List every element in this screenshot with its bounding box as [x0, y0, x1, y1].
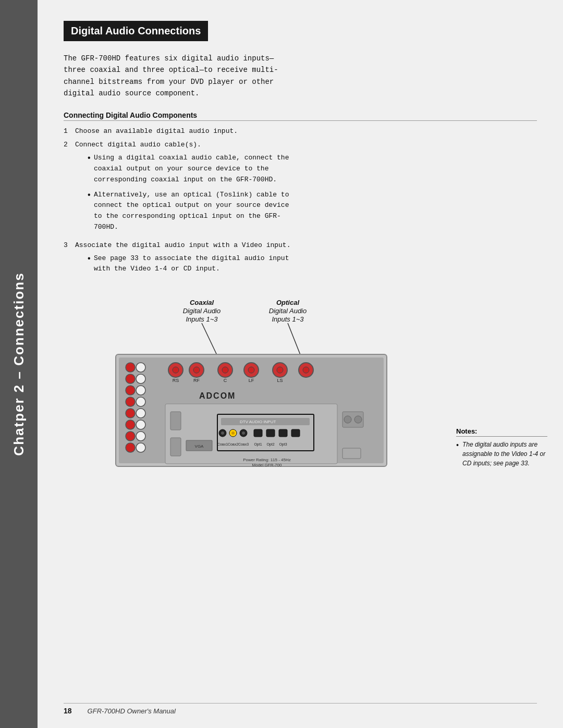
svg-point-13 [126, 386, 135, 395]
svg-point-21 [126, 431, 135, 441]
bullet-3-1: • See page 33 to associate the digital a… [87, 253, 537, 275]
step-2-text: Connect digital audio cable(s). • Using … [75, 140, 537, 237]
svg-text:Opt2: Opt2 [266, 442, 274, 447]
svg-point-16 [136, 397, 145, 406]
svg-text:RF: RF [193, 378, 200, 383]
svg-rect-67 [170, 412, 181, 430]
svg-text:Optical: Optical [276, 299, 299, 306]
notes-header: Notes: [456, 427, 547, 437]
svg-point-52 [242, 431, 245, 435]
bullet-dot: • [87, 253, 94, 265]
svg-point-26 [173, 367, 179, 373]
notes-text: The digital audio inputs are assignable … [462, 440, 547, 468]
bullet-2-1-text: Using a digital coaxial audio cable, con… [94, 153, 297, 185]
step-1-text: Choose an available digital audio input. [75, 126, 537, 137]
svg-text:Opt3: Opt3 [279, 442, 287, 447]
svg-text:LS: LS [277, 378, 283, 383]
svg-line-6 [288, 323, 301, 356]
bullet-dot: • [87, 190, 94, 201]
svg-point-19 [126, 420, 135, 429]
svg-text:Opt1: Opt1 [254, 442, 262, 447]
step-2: 2 Connect digital audio cable(s). • Usin… [64, 140, 537, 237]
svg-line-5 [202, 323, 217, 356]
page-footer: 18 GFR-700HD Owner's Manual [64, 703, 537, 715]
steps-list: 1 Choose an available digital audio inpu… [64, 126, 537, 279]
device-diagram: Coaxial Digital Audio Inputs 1~3 Optical… [84, 294, 449, 482]
notes-bullet: • The digital audio inputs are assignabl… [456, 440, 547, 468]
footer-title: GFR-700HD Owner's Manual [88, 707, 176, 715]
svg-point-15 [126, 397, 135, 406]
svg-point-14 [136, 386, 145, 395]
svg-point-36 [303, 367, 309, 373]
section-header: Connecting Digital Audio Components [64, 111, 537, 121]
sidebar-chapter-label: Chatper 2 – Connections [11, 272, 27, 455]
svg-rect-55 [279, 429, 287, 437]
svg-text:Power Rating: 115 - 45Hz: Power Rating: 115 - 45Hz [243, 458, 291, 462]
svg-point-17 [126, 409, 135, 418]
svg-point-64 [344, 416, 351, 423]
step-3: 3 Associate the digital audio input with… [64, 240, 537, 279]
step-3-bullets: • See page 33 to associate the digital a… [87, 253, 537, 275]
bullet-dot: • [87, 153, 94, 164]
svg-point-48 [221, 431, 224, 435]
bullet-2-2: • Alternatively, use an optical (Toslink… [87, 190, 537, 233]
svg-point-12 [136, 374, 145, 384]
page-number: 18 [64, 707, 72, 715]
svg-text:LF: LF [249, 378, 254, 383]
svg-rect-56 [291, 429, 300, 437]
svg-text:Digital Audio: Digital Audio [183, 307, 221, 315]
bullet-3-1-text: See page 33 to associate the digital aud… [94, 253, 297, 275]
step-2-num: 2 [64, 140, 75, 151]
svg-point-11 [126, 374, 135, 384]
svg-rect-43 [165, 404, 337, 464]
svg-point-22 [136, 431, 145, 441]
notes-dot: • [456, 440, 462, 451]
coaxial-label-line1: Coaxial [190, 299, 214, 306]
svg-point-24 [136, 443, 145, 452]
page-title: Digital Audio Connections [64, 21, 208, 41]
step-2-bullets: • Using a digital coaxial audio cable, c… [87, 153, 537, 233]
svg-text:DTV AUDIO INPUT: DTV AUDIO INPUT [240, 419, 276, 424]
svg-text:Inputs 1~3: Inputs 1~3 [186, 315, 218, 323]
svg-point-50 [231, 431, 235, 435]
bullet-2-2-text: Alternatively, use an optical (Toslink) … [94, 190, 297, 233]
step-3-text: Associate the digital audio input with a… [75, 240, 537, 279]
svg-point-20 [136, 420, 145, 429]
svg-point-18 [136, 409, 145, 418]
svg-point-23 [126, 443, 135, 452]
svg-text:Inputs 1~3: Inputs 1~3 [272, 315, 304, 323]
svg-text:ADCOM: ADCOM [199, 391, 236, 400]
svg-text:C: C [224, 378, 227, 383]
svg-point-30 [222, 367, 228, 373]
notes-section: Notes: • The digital audio inputs are as… [456, 427, 547, 468]
svg-text:Model GFR-700: Model GFR-700 [252, 463, 282, 467]
step-1-num: 1 [64, 126, 75, 137]
svg-point-9 [126, 363, 135, 372]
svg-point-65 [354, 416, 362, 423]
step-3-num: 3 [64, 240, 75, 251]
main-content: Digital Audio Connections The GFR-700HD … [38, 0, 563, 728]
svg-rect-66 [342, 448, 361, 459]
svg-rect-54 [266, 429, 275, 437]
svg-text:Digital Audio: Digital Audio [269, 307, 307, 315]
svg-text:Coax3: Coax3 [238, 442, 249, 446]
intro-paragraph: The GFR-700HD features six digital audio… [64, 53, 288, 100]
svg-rect-68 [170, 438, 181, 456]
svg-point-28 [193, 367, 200, 373]
step-1: 1 Choose an available digital audio inpu… [64, 126, 537, 137]
svg-point-10 [136, 363, 145, 372]
svg-text:RS: RS [173, 378, 179, 383]
svg-text:VGA: VGA [195, 444, 204, 449]
svg-point-32 [248, 367, 254, 373]
bullet-2-1: • Using a digital coaxial audio cable, c… [87, 153, 537, 185]
svg-text:Coax2: Coax2 [228, 442, 238, 446]
svg-text:Coax1: Coax1 [217, 442, 228, 446]
sidebar: Chatper 2 – Connections [0, 0, 38, 728]
svg-point-34 [277, 367, 283, 373]
svg-rect-53 [254, 429, 262, 437]
